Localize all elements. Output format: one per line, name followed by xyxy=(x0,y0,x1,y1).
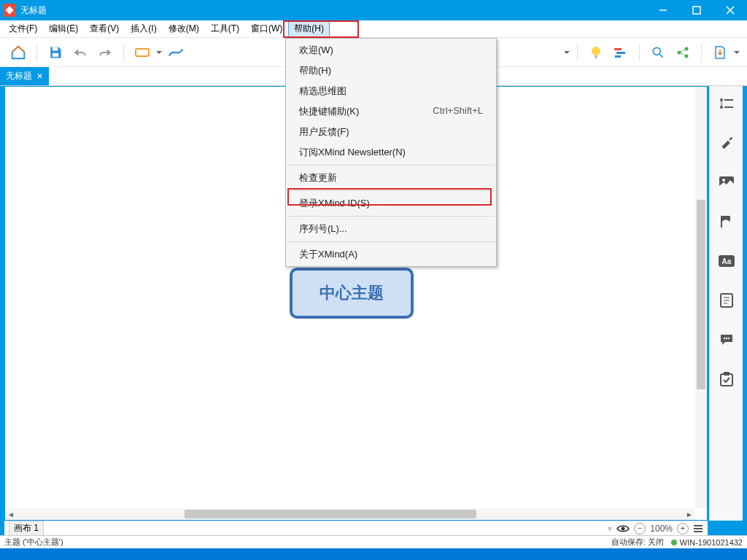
font-icon[interactable]: Aa xyxy=(716,251,737,271)
tab-close-icon[interactable]: ✕ xyxy=(36,71,43,81)
gantt-icon[interactable] xyxy=(610,42,632,63)
status-autosave: 自动保存: 关闭 xyxy=(611,537,664,548)
svg-point-14 xyxy=(678,50,681,54)
menu-separator xyxy=(287,216,495,217)
marker-icon[interactable] xyxy=(716,211,737,232)
hscroll-right-arrow[interactable]: ► xyxy=(684,510,695,518)
status-host: WIN-1901021432 xyxy=(680,538,743,547)
menu-license-key[interactable]: 序列号(L)... xyxy=(286,219,496,239)
menu-insert[interactable]: 插入(I) xyxy=(125,20,162,37)
comments-icon[interactable] xyxy=(716,330,737,350)
menu-help-sub[interactable]: 帮助(H) xyxy=(286,61,496,81)
status-selection: 主题 ('中心主题') xyxy=(4,537,63,548)
close-button[interactable] xyxy=(713,0,747,20)
menubar: 文件(F) 编辑(E) 查看(V) 插入(I) 修改(M) 工具(T) 窗口(W… xyxy=(0,20,747,38)
svg-rect-36 xyxy=(721,374,732,386)
sheet-tab[interactable]: 画布 1 xyxy=(9,521,44,536)
menu-file[interactable]: 文件(F) xyxy=(3,20,43,37)
titlebar: 无标题 xyxy=(0,0,747,20)
visibility-icon[interactable] xyxy=(616,524,630,533)
undo-icon[interactable] xyxy=(69,42,91,63)
central-topic[interactable]: 中心主题 xyxy=(290,268,414,319)
notes-icon[interactable] xyxy=(716,290,737,311)
menu-key-assist[interactable]: 快捷键辅助(K)Ctrl+Shift+L xyxy=(286,101,496,122)
hscroll-left-arrow[interactable]: ◄ xyxy=(5,510,17,518)
svg-point-7 xyxy=(592,47,600,55)
horizontal-scrollbar[interactable]: ◄ ► xyxy=(5,508,695,520)
document-tab[interactable]: 无标题 ✕ xyxy=(0,67,49,85)
svg-point-21 xyxy=(720,106,723,109)
menu-check-update[interactable]: 检查更新 xyxy=(286,168,496,188)
app-icon xyxy=(3,4,16,17)
menu-newsletter[interactable]: 订阅XMind Newsletter(N) xyxy=(286,142,496,163)
image-icon[interactable] xyxy=(716,172,737,192)
svg-line-17 xyxy=(681,49,686,51)
menu-modify[interactable]: 修改(M) xyxy=(163,20,205,37)
menu-edit[interactable]: 编辑(E) xyxy=(43,20,84,37)
zoom-in-button[interactable]: + xyxy=(677,523,689,534)
menu-featured-maps[interactable]: 精选思维图 xyxy=(286,81,496,101)
svg-rect-8 xyxy=(595,55,597,58)
svg-rect-9 xyxy=(614,48,622,50)
tab-label: 无标题 xyxy=(6,70,32,82)
menu-welcome[interactable]: 欢迎(W) xyxy=(286,40,496,61)
zoom-percent: 100% xyxy=(650,524,673,534)
svg-rect-10 xyxy=(616,52,625,54)
vscroll-thumb[interactable] xyxy=(697,200,705,389)
zoom-out-button[interactable]: − xyxy=(634,523,646,534)
export-icon[interactable] xyxy=(709,42,731,63)
svg-rect-37 xyxy=(724,372,729,376)
sidepanel: Aa xyxy=(709,86,743,521)
relationship-icon[interactable] xyxy=(165,42,187,63)
sheet-bar: 画布 1 ▾ − 100% + xyxy=(4,521,708,535)
menu-separator xyxy=(287,241,495,242)
svg-point-15 xyxy=(685,47,689,50)
svg-rect-11 xyxy=(615,55,621,58)
idea-icon[interactable] xyxy=(585,42,607,63)
menu-help[interactable]: 帮助(H) xyxy=(288,20,330,37)
maximize-button[interactable] xyxy=(680,0,713,20)
task-icon[interactable] xyxy=(716,369,737,389)
menu-about-xmind[interactable]: 关于XMind(A) xyxy=(286,244,496,265)
generic-dropdown-icon[interactable] xyxy=(564,48,570,57)
svg-line-18 xyxy=(681,52,686,55)
export-dropdown-icon[interactable] xyxy=(734,48,740,57)
menu-window[interactable]: 窗口(W) xyxy=(245,20,288,37)
menu-tools[interactable]: 工具(T) xyxy=(205,20,245,37)
outline-icon[interactable] xyxy=(716,93,737,114)
menu-feedback[interactable]: 用户反馈(F) xyxy=(286,122,496,142)
menu-login-xmind-id[interactable]: 登录XMind ID(S) xyxy=(286,193,496,214)
svg-point-16 xyxy=(685,54,689,58)
svg-rect-22 xyxy=(724,106,733,108)
menu-view[interactable]: 查看(V) xyxy=(84,20,125,37)
svg-point-38 xyxy=(622,526,625,530)
save-icon[interactable] xyxy=(44,42,66,63)
menu-separator xyxy=(287,165,495,166)
svg-point-12 xyxy=(653,47,660,55)
topic-dropdown-icon[interactable] xyxy=(156,48,162,57)
status-connection-icon xyxy=(671,540,677,545)
svg-rect-5 xyxy=(53,52,58,56)
svg-rect-4 xyxy=(53,47,58,50)
vertical-scrollbar[interactable] xyxy=(695,87,707,508)
svg-text:Aa: Aa xyxy=(721,257,731,265)
zoom-menu-icon[interactable] xyxy=(693,524,703,533)
redo-icon[interactable] xyxy=(94,42,116,63)
home-icon[interactable] xyxy=(7,42,29,63)
format-icon[interactable] xyxy=(716,133,737,153)
share-icon[interactable] xyxy=(672,42,694,63)
svg-line-13 xyxy=(660,54,663,57)
topic-icon[interactable] xyxy=(131,42,153,63)
svg-point-35 xyxy=(727,338,729,339)
svg-rect-1 xyxy=(693,7,700,14)
svg-point-19 xyxy=(720,98,723,101)
menu-separator xyxy=(287,190,495,191)
zoom-controls: − 100% + xyxy=(634,523,703,534)
search-icon[interactable] xyxy=(647,42,669,63)
minimize-button[interactable] xyxy=(646,0,680,20)
svg-point-34 xyxy=(725,338,727,339)
hscroll-thumb[interactable] xyxy=(185,510,476,518)
os-taskbar xyxy=(0,548,747,560)
filter-icon[interactable]: ▾ xyxy=(608,524,612,534)
svg-rect-6 xyxy=(136,49,149,56)
